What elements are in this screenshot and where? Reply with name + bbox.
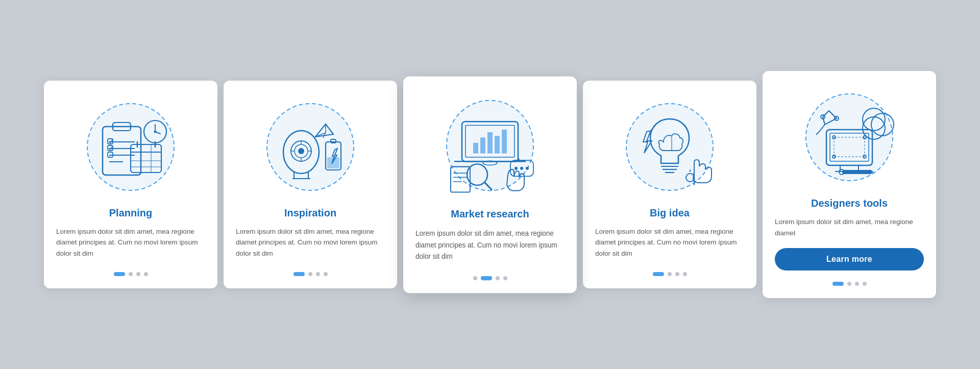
inspiration-dots: [293, 268, 328, 276]
planning-icon-area: [80, 96, 182, 198]
dot-2: [308, 272, 312, 276]
big-idea-dots: [653, 268, 687, 276]
svg-rect-49: [487, 132, 493, 154]
dot-3: [675, 272, 679, 276]
market-research-text: Lorem ipsum dolor sit dim amet, mea regi…: [415, 228, 565, 262]
svg-rect-47: [473, 142, 478, 153]
planning-text: Lorem ipsum dolor sit dim amet, mea regi…: [56, 226, 205, 259]
card-planning: Planning Lorem ipsum dolor sit dim amet,…: [44, 81, 217, 289]
big-idea-icon-area: [619, 96, 721, 198]
svg-rect-50: [495, 136, 500, 153]
dot-3: [496, 276, 500, 280]
dot-2: [668, 272, 672, 276]
designers-tools-title: Designers tools: [811, 198, 888, 209]
dot-1: [473, 276, 477, 280]
inspiration-text: Lorem ipsum dolor sit dim amet, mea regi…: [236, 226, 385, 259]
inspiration-title: Inspiration: [284, 207, 336, 219]
dot-1: [114, 272, 125, 276]
dot-1: [653, 272, 664, 276]
svg-rect-51: [502, 129, 507, 153]
dot-2: [847, 282, 851, 286]
card-inspiration: Inspiration Lorem ipsum dolor sit dim am…: [224, 81, 397, 289]
designers-tools-text: Lorem ipsum dolor sit dim amet, mea regi…: [775, 216, 924, 238]
dot-4: [863, 282, 867, 286]
svg-point-29: [298, 148, 304, 154]
svg-rect-48: [480, 137, 485, 153]
market-research-title: Market research: [451, 208, 529, 220]
market-research-dots: [473, 272, 507, 280]
dot-4: [503, 276, 507, 280]
dot-4: [144, 272, 148, 276]
learn-more-button[interactable]: Learn more: [775, 248, 924, 270]
dot-4: [324, 272, 328, 276]
planning-dots: [114, 268, 148, 276]
designers-tools-icon-area: [798, 86, 900, 188]
dot-2: [481, 276, 492, 280]
planning-title: Planning: [109, 207, 152, 219]
market-research-icon-area: [439, 92, 541, 199]
dot-3: [855, 282, 859, 286]
dot-3: [316, 272, 320, 276]
big-idea-title: Big idea: [650, 207, 690, 219]
dot-2: [129, 272, 133, 276]
svg-point-63: [626, 104, 713, 190]
cards-container: Planning Lorem ipsum dolor sit dim amet,…: [44, 71, 936, 298]
big-idea-text: Lorem ipsum dolor sit dim amet, mea regi…: [595, 226, 744, 259]
card-market-research: Market research Lorem ipsum dolor sit di…: [403, 76, 577, 292]
dot-1: [832, 282, 844, 286]
dot-1: [293, 272, 305, 276]
dot-4: [683, 272, 687, 276]
card-designers-tools: Designers tools Lorem ipsum dolor sit di…: [763, 71, 936, 298]
designers-tools-dots: [832, 278, 867, 286]
inspiration-icon-area: [259, 96, 361, 198]
card-big-idea: Big idea Lorem ipsum dolor sit dim amet,…: [583, 81, 756, 289]
dot-3: [136, 272, 140, 276]
